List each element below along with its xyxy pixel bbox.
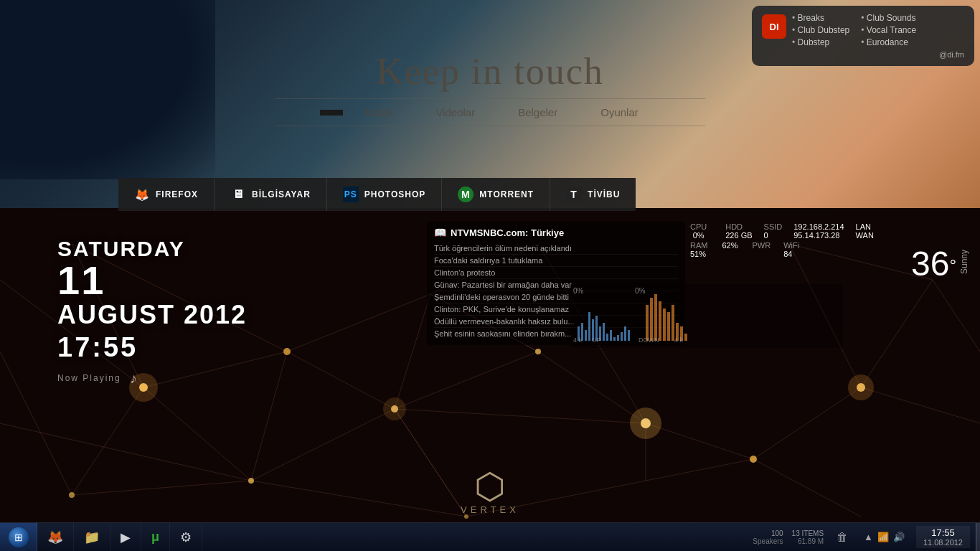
ssid-value: 0	[764, 231, 783, 240]
nav-active-tab[interactable]	[320, 110, 343, 116]
svg-rect-68	[650, 298, 653, 341]
ip-stat: 192.168.2.214 95.14.173.28	[793, 222, 844, 240]
ram-value: 51%	[690, 250, 707, 258]
difm-channel-clubsounds[interactable]: Club Sounds	[861, 13, 916, 23]
svg-point-45	[283, 348, 291, 355]
firefox-label: FIREFOX	[156, 189, 198, 199]
clock-month-year: AUGUST 2012	[57, 301, 247, 329]
news-item-2[interactable]: Clinton'a protesto	[434, 267, 678, 279]
lan-stat: LAN WAN	[856, 222, 874, 240]
difm-channel-breaks[interactable]: Breaks	[792, 13, 849, 23]
difm-channel-dubstep[interactable]: Dubstep	[792, 37, 849, 47]
svg-rect-63	[617, 335, 619, 341]
svg-rect-73	[672, 305, 674, 341]
ip1: 192.168.2.214	[793, 222, 844, 231]
taskbar-utorrent[interactable]: μ	[141, 523, 170, 552]
header-nav: Müzik Videolar Belgeler Oyunlar	[275, 98, 705, 126]
taskbar-mediaplayer[interactable]: ▶	[110, 523, 141, 552]
tivibu-label: TİVİBU	[588, 189, 620, 199]
svg-point-47	[750, 456, 757, 463]
wifi-stat: WiFi 84	[783, 241, 799, 258]
taskbar-utorrent-icon: μ	[151, 529, 159, 545]
difm-channel-clubdubstep[interactable]: Club Dubstep	[792, 25, 849, 35]
firefox-icon: 🦊	[134, 187, 150, 202]
taskbar-clock[interactable]: 17:55 11.08.2012	[916, 526, 970, 548]
nav-videolar[interactable]: Videolar	[414, 103, 496, 121]
vertex-logo: ⬡ VERTEX	[461, 468, 519, 515]
trash-icon: 🗑	[837, 531, 848, 543]
windows-logo-icon: ⊞	[14, 532, 23, 543]
svg-point-48	[69, 492, 75, 498]
wan-label: WAN	[856, 231, 874, 240]
app-photoshop[interactable]: Ps PHOTOSHOP	[327, 178, 442, 211]
difm-channel-vocaltrance[interactable]: Vocal Trance	[861, 25, 916, 35]
news-header: 📖 NTVMSNBC.com: Türkiye	[434, 227, 678, 238]
tray-network-icon[interactable]: 📶	[877, 532, 889, 542]
lan-label: LAN	[856, 222, 874, 231]
weather-unit: °	[949, 255, 956, 275]
hdd-stat: HDD 226 GB	[725, 222, 752, 240]
pwr-label: PWR	[752, 241, 771, 250]
ram-stat: RAM 51%	[690, 241, 707, 258]
svg-rect-69	[654, 294, 657, 341]
vertex-text: VERTEX	[461, 504, 519, 515]
news-item-0[interactable]: Türk öğrencilerin ölüm nedeni açıklandı	[434, 242, 678, 255]
trash-section[interactable]: 🗑	[832, 531, 852, 544]
taskbar-explorer-icon: 📁	[84, 529, 100, 545]
file-count: 13 ITEMS	[792, 529, 824, 537]
taskbar-explorer[interactable]: 📁	[74, 523, 110, 552]
taskbar-apps: 🦊 📁 ▶ μ ⚙	[37, 523, 202, 552]
svg-rect-65	[624, 326, 626, 341]
app-bilgisayar[interactable]: 🖥 BİLGİSAYAR	[215, 178, 327, 211]
file-info-section: 13 ITEMS 61.89 M	[792, 529, 826, 545]
ssid-stat: SSID 0	[764, 222, 783, 240]
utorrent-icon: μ	[458, 187, 473, 202]
nav-muzik[interactable]: Müzik	[343, 103, 414, 121]
tray-volume-icon[interactable]: 🔊	[893, 532, 905, 542]
difm-handle: @di.fm	[762, 50, 964, 59]
svg-text:4 k: 4 k	[573, 336, 583, 344]
graph-area: 0%	[570, 283, 843, 349]
weather-temp: 36	[911, 245, 949, 283]
clock-time: 17:55	[57, 332, 247, 363]
svg-point-44	[848, 375, 874, 400]
taskbar-date: 11.08.2012	[923, 538, 963, 547]
svg-text:0%: 0%	[573, 287, 584, 295]
svg-point-39	[383, 397, 406, 420]
tray-arrow-icon[interactable]: ▲	[864, 532, 873, 542]
show-desktop-button[interactable]	[976, 523, 980, 552]
ip2: 95.14.173.28	[793, 231, 844, 240]
taskbar-settings[interactable]: ⚙	[170, 523, 202, 552]
app-firefox[interactable]: 🦊 FIREFOX	[118, 178, 215, 211]
difm-channel-eurodance[interactable]: Eurodance	[861, 37, 916, 47]
file-size: 61.89 M	[792, 537, 824, 545]
difm-widget[interactable]: DI Breaks Club Dubstep Dubstep Club Soun…	[752, 6, 974, 66]
music-icon: ♪	[130, 370, 137, 387]
wifi-label: WiFi	[783, 241, 799, 250]
svg-rect-76	[684, 334, 687, 341]
utorrent-label: μTORRENT	[479, 189, 534, 199]
bilgisayar-label: BİLGİSAYAR	[252, 189, 311, 199]
ram-label: RAM	[690, 241, 707, 250]
hw-stats-panel: CPU 0% HDD 226 GB SSID 0 192.168.2.214 9…	[690, 222, 874, 258]
app-tivibu[interactable]: t TİVİBU	[550, 178, 636, 211]
app-utorrent[interactable]: μ μTORRENT	[442, 178, 550, 211]
difm-logo: DI	[762, 14, 786, 39]
svg-point-41	[630, 408, 661, 439]
weather-widget: 36° Sunny	[911, 244, 969, 283]
hdd-val1: 226 GB	[725, 231, 752, 240]
taskbar: ⊞ 🦊 📁 ▶ μ ⚙ 100 Speakers 13 ITEMS 61.89 …	[0, 522, 980, 551]
ssid-label: SSID	[764, 222, 783, 231]
wifi-value: 84	[783, 250, 799, 258]
news-item-1[interactable]: Foca'daki saldırıya 1 tutuklama	[434, 255, 678, 267]
speaker-label: Speakers	[753, 537, 783, 545]
start-button[interactable]: ⊞	[0, 523, 37, 552]
nav-oyunlar[interactable]: Oyunlar	[579, 103, 660, 121]
svg-point-46	[535, 349, 541, 354]
speaker-section: 100 Speakers	[753, 529, 786, 545]
taskbar-firefox[interactable]: 🦊	[37, 523, 74, 552]
taskbar-right: 100 Speakers 13 ITEMS 61.89 M 🗑 ▲ 📶 🔊 17…	[753, 523, 980, 552]
nav-belgeler[interactable]: Belgeler	[496, 103, 579, 121]
svg-point-42	[248, 478, 254, 484]
weather-description: Sunny	[959, 250, 969, 274]
